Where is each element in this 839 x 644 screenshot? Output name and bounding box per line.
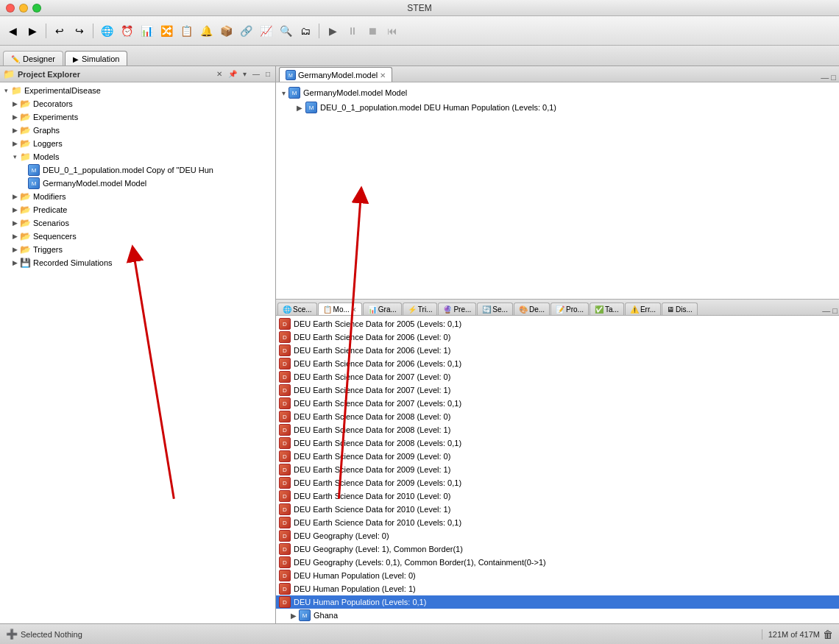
tree-item-loggers[interactable]: ▶ 📂 Loggers [0, 137, 275, 150]
data-item[interactable]: DDEU Earth Science Data for 2008 (Level:… [276, 423, 839, 436]
data-item[interactable]: DDEU Earth Science Data for 2006 (Level:… [276, 344, 839, 357]
editor-minimize-btn[interactable]: — [821, 73, 829, 82]
tab-triggers[interactable]: ⚡ Tri... [403, 302, 438, 315]
arrow-experiments[interactable]: ▶ [10, 113, 19, 121]
tab-models-close[interactable]: ✕ [351, 306, 357, 314]
data-item[interactable]: DDEU Earth Science Data for 2007 (Level:… [276, 370, 839, 383]
play-btn[interactable]: ▶ [323, 21, 342, 40]
arrow-experimental-disease[interactable]: ▾ [1, 86, 10, 95]
data-item[interactable]: DDEU Earth Science Data for 2010 (Levels… [276, 516, 839, 529]
data-item[interactable]: DDEU Human Population (Levels: 0,1) [276, 595, 839, 609]
data-item[interactable]: DDEU Earth Science Data for 2007 (Level:… [276, 383, 839, 397]
ghana-arrow[interactable]: ▶ [291, 612, 297, 620]
child-arrow[interactable]: ▶ [297, 104, 302, 112]
tree-item-experimental-disease[interactable]: ▾ 📁 ExperimentalDisease [0, 84, 275, 97]
bell-btn[interactable]: 🔔 [197, 21, 216, 40]
data-item[interactable]: DDEU Earth Science Data for 2008 (Levels… [276, 436, 839, 450]
minimize-button[interactable] [19, 4, 28, 13]
tab-properties[interactable]: 📝 Pro... [551, 302, 589, 315]
graph-btn[interactable]: 📈 [256, 21, 275, 40]
panel-minimize-btn[interactable]: — [250, 69, 262, 79]
panel-close-btn[interactable]: ✕ [214, 69, 224, 79]
panel-menu-btn[interactable]: ▾ [241, 69, 249, 79]
tree-item-decorators[interactable]: ▶ 📂 Decorators [0, 97, 275, 110]
pause-btn[interactable]: ⏸ [343, 21, 362, 40]
clipboard-btn[interactable]: 📋 [177, 21, 196, 40]
close-button[interactable] [6, 4, 15, 13]
status-add-icon[interactable]: ➕ [6, 629, 18, 640]
data-item[interactable]: DDEU Earth Science Data for 2010 (Level:… [276, 503, 839, 516]
panel-maximize-btn[interactable]: □ [263, 69, 272, 79]
data-item[interactable]: DDEU Earth Science Data for 2006 (Levels… [276, 357, 839, 370]
arrow-triggers[interactable]: ▶ [10, 245, 19, 254]
maximize-button[interactable] [32, 4, 41, 13]
clock-btn[interactable]: ⏰ [117, 21, 136, 40]
data-item[interactable]: DDEU Earth Science Data for 2005 (Levels… [276, 317, 839, 330]
tab-sequencers[interactable]: 🔄 Se... [477, 302, 513, 315]
data-item[interactable]: DDEU Geography (Levels: 0,1), Common Bor… [276, 556, 839, 569]
tab-designer[interactable]: ✏️ Designer [3, 51, 63, 66]
model-tree-child[interactable]: ▶ M DEU_0_1_population.model DEU Human P… [279, 100, 836, 115]
tab-errors[interactable]: ⚠️ Err... [625, 302, 661, 315]
editor-maximize-btn[interactable]: □ [831, 73, 836, 82]
panel-pin-btn[interactable]: 📌 [226, 69, 239, 79]
redo-btn[interactable]: ↪ [70, 21, 89, 40]
tree-item-experiments[interactable]: ▶ 📂 Experiments [0, 110, 275, 124]
tree-item-modifiers[interactable]: ▶ 📂 Modifiers [0, 190, 275, 203]
toolbar-forward-btn[interactable]: ▶ [23, 21, 42, 40]
data-item-ghana[interactable]: ▶MGhana [276, 609, 839, 622]
chart-btn[interactable]: 📊 [137, 21, 156, 40]
data-item[interactable]: DDEU Earth Science Data for 2009 (Level:… [276, 463, 839, 476]
model-tree-root[interactable]: ▾ M GermanyModel.model Model [279, 85, 836, 100]
data-item[interactable]: DDEU Earth Science Data for 2008 (Level:… [276, 410, 839, 423]
link-btn[interactable]: 🔗 [236, 21, 255, 40]
root-arrow[interactable]: ▾ [282, 89, 286, 97]
data-item[interactable]: DDEU Earth Science Data for 2007 (Levels… [276, 397, 839, 410]
undo-btn[interactable]: ↩ [50, 21, 69, 40]
arrow-sequencers[interactable]: ▶ [10, 232, 19, 241]
data-item[interactable]: DDEU Earth Science Data for 2010 (Level:… [276, 489, 839, 503]
toolbar-back-btn[interactable]: ◀ [3, 21, 22, 40]
tree-item-graphs[interactable]: ▶ 📂 Graphs [0, 124, 275, 137]
tab-scenarios[interactable]: 🌐 Sce... [277, 302, 317, 315]
arrow-scenarios[interactable]: ▶ [10, 219, 19, 227]
tree-item-sequencers[interactable]: ▶ 📂 Sequencers [0, 230, 275, 243]
arrows-btn[interactable]: 🔀 [157, 21, 176, 40]
tab-tasks[interactable]: ✅ Ta... [590, 302, 624, 315]
stop-btn[interactable]: ⏹ [363, 21, 382, 40]
tree-item-triggers[interactable]: ▶ 📂 Triggers [0, 243, 275, 256]
rewind-btn[interactable]: ⏮ [383, 21, 402, 40]
tab-models[interactable]: 📋 Mo... ✕ [318, 302, 362, 315]
tab-decorators[interactable]: 🎨 De... [514, 302, 550, 315]
search-btn[interactable]: 🔍 [276, 21, 295, 40]
tree-item-models[interactable]: ▾ 📁 Models [0, 150, 275, 163]
tab-display[interactable]: 🖥 Dis... [662, 302, 698, 315]
data-item[interactable]: DDEU Human Population (Level: 0) [276, 569, 839, 582]
tab-simulation[interactable]: ▶ Simulation [65, 51, 127, 66]
arrow-recorded-sims[interactable]: ▶ [10, 258, 19, 267]
arrow-graphs[interactable]: ▶ [10, 126, 19, 135]
tree-item-deu-model[interactable]: ▶ M DEU_0_1_population.model Copy of "DE… [0, 163, 275, 177]
trash-icon[interactable]: 🗑 [823, 629, 833, 640]
bottom-maximize-btn[interactable]: □ [832, 306, 838, 315]
bottom-minimize-btn[interactable]: — [822, 306, 830, 315]
folder-btn[interactable]: 🗂 [296, 21, 315, 40]
data-item[interactable]: DDEU Geography (Level: 1), Common Border… [276, 542, 839, 556]
editor-tab-close[interactable]: ✕ [380, 71, 386, 79]
data-item[interactable]: DDEU Earth Science Data for 2006 (Level:… [276, 330, 839, 344]
package-btn[interactable]: 📦 [216, 21, 236, 40]
tab-graphs[interactable]: 📊 Gra... [363, 302, 402, 315]
tab-predicate[interactable]: 🔮 Pre... [438, 302, 476, 315]
data-item[interactable]: DDEU Human Population (Level: 1) [276, 582, 839, 595]
arrow-loggers[interactable]: ▶ [10, 139, 19, 148]
arrow-predicate[interactable]: ▶ [10, 205, 19, 214]
arrow-decorators[interactable]: ▶ [10, 99, 19, 108]
globe-btn[interactable]: 🌐 [97, 21, 116, 40]
editor-tab-germany-model[interactable]: M GermanyModel.model ✕ [279, 67, 392, 82]
tree-item-germany-model[interactable]: ▶ M GermanyModel.model Model [0, 177, 275, 190]
arrow-modifiers[interactable]: ▶ [10, 192, 19, 201]
data-item[interactable]: DDEU Earth Science Data for 2009 (Levels… [276, 476, 839, 489]
data-item[interactable]: DDEU Earth Science Data for 2009 (Level:… [276, 450, 839, 463]
tree-item-recorded-simulations[interactable]: ▶ 💾 Recorded Simulations [0, 256, 275, 269]
tree-item-predicate[interactable]: ▶ 📂 Predicate [0, 203, 275, 216]
